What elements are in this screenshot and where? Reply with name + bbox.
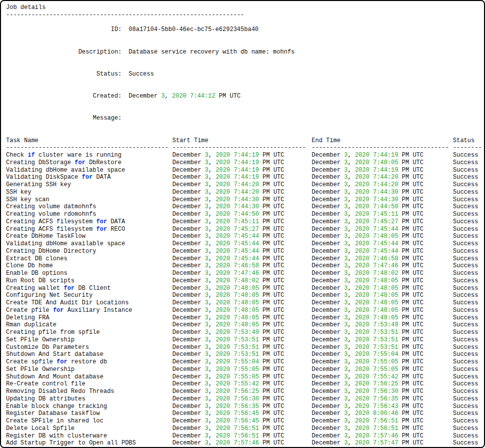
task-status-cell: Success: [453, 203, 484, 211]
task-start-cell: December 3, 2020 7:53:51 PM UTC: [172, 344, 312, 351]
task-end-cell: December 3, 2020 7:45:11 PM UTC: [312, 211, 453, 218]
task-status-cell: Success: [453, 277, 484, 285]
task-row: Rman duplicateDecember 3, 2020 7:48:05 P…: [6, 321, 484, 329]
task-end-cell: December 3, 2020 7:56:35 PM UTC: [312, 395, 453, 403]
task-start-cell: December 3, 2020 7:55:42 PM UTC: [172, 380, 312, 388]
task-name-cell: SSH key: [6, 189, 172, 196]
task-start-cell: December 3, 2020 7:45:44 PM UTC: [172, 255, 312, 263]
task-row: Updating DB attributesDecember 3, 2020 7…: [6, 395, 484, 403]
task-row: Check if cluster ware is runningDecember…: [6, 152, 484, 159]
task-start-cell: December 3, 2020 7:53:51 PM UTC: [172, 351, 312, 358]
task-end-cell: December 3, 2020 7:45:44 PM UTC: [312, 226, 453, 233]
task-start-cell: December 3, 2020 7:44:19 PM UTC: [172, 174, 312, 181]
task-row: Shutdown And Start databaseDecember 3, 2…: [6, 351, 484, 358]
task-status-cell: Success: [453, 159, 484, 167]
task-end-cell: December 3, 2020 7:53:51 PM UTC: [312, 329, 453, 336]
task-end-cell: December 3, 2020 7:48:05 PM UTC: [312, 314, 453, 322]
job-description-label: Description:: [21, 49, 122, 56]
task-name-cell: Creating DbHome Directory: [6, 248, 172, 255]
task-start-cell: December 3, 2020 7:56:30 PM UTC: [172, 395, 312, 403]
task-end-cell: December 3, 2020 7:44:30 PM UTC: [312, 196, 453, 204]
task-end-cell: December 3, 2020 7:48:05 PM UTC: [312, 277, 453, 285]
task-end-cell: December 3, 2020 7:44:19 PM UTC: [312, 167, 453, 174]
task-status-cell: Success: [453, 233, 484, 240]
job-id-label: ID:: [21, 26, 122, 34]
task-row: Create pfile for Auxiliary InstanceDecem…: [6, 307, 484, 314]
task-start-cell: December 3, 2020 7:45:44 PM UTC: [172, 240, 312, 248]
task-start-cell: December 3, 2020 7:44:20 PM UTC: [172, 189, 312, 196]
spacer-line: [6, 130, 484, 137]
job-status-value: Success: [122, 71, 154, 78]
task-start-cell: December 3, 2020 7:45:44 PM UTC: [172, 248, 312, 255]
task-start-cell: December 3, 2020 7:56:35 PM UTC: [172, 403, 312, 410]
task-row: Set PFile OwnershipDecember 3, 2020 7:53…: [6, 336, 484, 344]
task-status-cell: Success: [453, 262, 484, 270]
task-end-cell: December 3, 2020 7:48:02 PM UTC: [312, 270, 453, 277]
task-end-cell: December 3, 2020 7:45:27 PM UTC: [312, 218, 453, 226]
task-status-cell: Success: [453, 439, 484, 447]
task-name-cell: Validating dbHome available space: [6, 167, 172, 174]
task-end-cell: December 3, 2020 7:48:05 PM UTC: [312, 299, 453, 307]
task-status-cell: Success: [453, 329, 484, 336]
task-status-cell: Success: [453, 388, 484, 395]
task-start-cell: December 3, 2020 7:44:30 PM UTC: [172, 196, 312, 204]
page-title: Job details: [6, 4, 484, 12]
header-end-time: End Time: [312, 137, 453, 145]
task-row: Create TDE And Audit Dir LocationsDecemb…: [6, 299, 484, 307]
task-name-cell: Creating pfile from spfile: [6, 329, 172, 336]
task-start-cell: December 3, 2020 7:48:05 PM UTC: [172, 314, 312, 322]
task-start-cell: December 3, 2020 7:56:25 PM UTC: [172, 388, 312, 395]
task-row: Creating ACFS filesystem for RECODecembe…: [6, 226, 484, 233]
task-row: Register DB with clusterwareDecember 3, …: [6, 432, 484, 440]
task-start-cell: December 3, 2020 7:48:02 PM UTC: [172, 277, 312, 285]
header-task-name: Task Name: [6, 137, 172, 145]
task-name-cell: Creating volume datmohnfs: [6, 203, 172, 211]
task-name-cell: Clone Db home: [6, 262, 172, 270]
task-name-cell: SSH key scan: [6, 196, 172, 204]
task-row: Configuring Net SecurityDecember 3, 2020…: [6, 292, 484, 299]
task-start-cell: December 3, 2020 7:57:46 PM UTC: [172, 439, 312, 447]
task-row: Creating pfile from spfileDecember 3, 20…: [6, 329, 484, 336]
task-row: Enable block change trackingDecember 3, …: [6, 403, 484, 410]
task-end-cell: December 3, 2020 7:44:19 PM UTC: [312, 152, 453, 159]
task-name-cell: Creating volume rdomohnfs: [6, 211, 172, 218]
task-end-cell: December 3, 2020 7:48:05 PM UTC: [312, 159, 453, 167]
task-name-cell: Validating DiskSpace for DATA: [6, 174, 172, 181]
task-end-cell: December 3, 2020 7:47:46 PM UTC: [312, 262, 453, 270]
task-name-cell: Configuring Net Security: [6, 292, 172, 299]
task-status-cell: Success: [453, 425, 484, 432]
task-start-cell: December 3, 2020 7:46:58 PM UTC: [172, 262, 312, 270]
task-status-cell: Success: [453, 336, 484, 344]
task-end-cell: December 3, 2020 7:55:05 PM UTC: [312, 366, 453, 373]
task-start-cell: December 3, 2020 7:45:11 PM UTC: [172, 218, 312, 226]
separator-end-time: --------------------------------------: [312, 144, 453, 152]
task-status-cell: Success: [453, 344, 484, 351]
task-name-cell: Removing Disabled Redo Threads: [6, 388, 172, 395]
task-row: Validating DiskSpace for DATADecember 3,…: [6, 174, 484, 181]
task-end-cell: December 3, 2020 7:48:05 PM UTC: [312, 285, 453, 292]
job-created-value: December 3, 2020 7:44:12 PM UTC: [122, 93, 240, 100]
task-status-cell: Success: [453, 285, 484, 292]
task-end-cell: December 3, 2020 7:45:44 PM UTC: [312, 240, 453, 248]
task-status-cell: Success: [453, 299, 484, 307]
task-name-cell: Create SPFile in shared loc: [6, 417, 172, 425]
task-name-cell: Delete Local Spfile: [6, 425, 172, 432]
task-status-cell: Success: [453, 403, 484, 410]
task-start-cell: December 3, 2020 7:55:05 PM UTC: [172, 366, 312, 373]
task-row: Create SPFile in shared locDecember 3, 2…: [6, 417, 484, 425]
task-status-cell: Success: [453, 351, 484, 358]
task-name-cell: Creating ACFS filesystem for RECO: [6, 226, 172, 233]
task-status-cell: Success: [453, 417, 484, 425]
task-row: Create DbHome TaskFlowDecember 3, 2020 7…: [6, 233, 484, 240]
task-row: Shutdown And Mount databaseDecember 3, 2…: [6, 373, 484, 381]
task-end-cell: December 3, 2020 7:48:05 PM UTC: [312, 292, 453, 299]
task-name-cell: Run Root DB scripts: [6, 277, 172, 285]
task-row: Re-Create control fileDecember 3, 2020 7…: [6, 380, 484, 388]
task-start-cell: December 3, 2020 7:48:05 PM UTC: [172, 299, 312, 307]
header-status: Status: [453, 137, 484, 145]
task-status-cell: Success: [453, 321, 484, 329]
task-start-cell: December 3, 2020 7:48:05 PM UTC: [172, 292, 312, 299]
task-name-cell: Register Database taskflow: [6, 410, 172, 417]
task-end-cell: December 3, 2020 7:56:51 PM UTC: [312, 417, 453, 425]
task-name-cell: Enable DB options: [6, 270, 172, 277]
